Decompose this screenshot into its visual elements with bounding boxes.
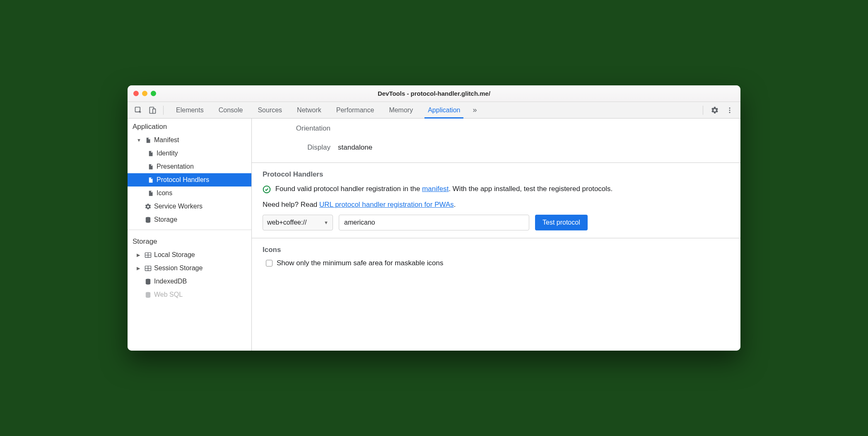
- status-text-post: . With the app installed, test the regis…: [448, 185, 612, 193]
- sidebar-item-label: Service Workers: [154, 203, 203, 210]
- svg-point-5: [729, 111, 731, 113]
- tabs-overflow-button[interactable]: »: [468, 106, 482, 114]
- section-heading: Protocol Handlers: [263, 170, 730, 179]
- sidebar-item-protocol-handlers[interactable]: Protocol Handlers: [128, 173, 251, 187]
- manifest-link[interactable]: manifest: [422, 185, 448, 193]
- sidebar-item-label: Identity: [157, 150, 178, 157]
- sidebar-item-label: IndexedDB: [154, 278, 187, 285]
- document-icon: [147, 150, 154, 157]
- gear-icon: [144, 203, 152, 210]
- sidebar-item-label: Web SQL: [154, 291, 183, 298]
- protocol-test-row: web+coffee:// ▼ Test protocol: [263, 215, 730, 230]
- sidebar-item-presentation[interactable]: Presentation: [128, 160, 251, 173]
- sidebar-item-session-storage[interactable]: ▶ Session Storage: [128, 262, 251, 275]
- toolbar-right: [700, 104, 735, 116]
- document-icon: [147, 176, 154, 184]
- tab-application[interactable]: Application: [420, 102, 468, 118]
- checkbox-label: Show only the minimum safe area for mask…: [277, 259, 444, 267]
- sidebar-item-label: Storage: [154, 216, 177, 223]
- sidebar-item-storage[interactable]: Storage: [128, 213, 251, 226]
- device-toggle-icon[interactable]: [147, 104, 158, 116]
- sidebar-item-service-workers[interactable]: Service Workers: [128, 200, 251, 213]
- devtools-window: DevTools - protocol-handler.glitch.me/ E…: [128, 85, 740, 351]
- sidebar-item-label: Local Storage: [154, 251, 195, 259]
- document-icon: [147, 189, 154, 197]
- settings-gear-icon[interactable]: [709, 104, 721, 116]
- sidebar-section-storage: Storage: [128, 233, 251, 248]
- inspect-element-icon[interactable]: [133, 104, 144, 116]
- help-link[interactable]: URL protocol handler registration for PW…: [319, 201, 454, 208]
- minimize-window-button[interactable]: [142, 91, 147, 96]
- help-post: .: [454, 201, 456, 208]
- database-icon: [144, 291, 152, 298]
- tab-sources[interactable]: Sources: [250, 102, 289, 118]
- chevron-down-icon: ▼: [137, 138, 142, 143]
- content-pane: Orientation Display standalone Protocol …: [252, 119, 740, 351]
- close-window-button[interactable]: [133, 91, 139, 96]
- kv-label: Display: [268, 143, 330, 152]
- kv-label: Orientation: [268, 124, 330, 133]
- sidebar-item-label: Manifest: [154, 136, 179, 144]
- sidebar-item-label: Presentation: [157, 163, 194, 170]
- sidebar-item-manifest[interactable]: ▼ Manifest: [128, 133, 251, 147]
- document-icon: [144, 136, 152, 144]
- icons-section: Icons Show only the minimum safe area fo…: [252, 238, 740, 275]
- manifest-properties: Orientation Display standalone: [252, 119, 740, 162]
- kebab-menu-icon[interactable]: [724, 104, 735, 116]
- section-heading: Icons: [263, 246, 730, 254]
- kv-display: Display standalone: [268, 143, 724, 152]
- maskable-safe-area-checkbox[interactable]: [266, 260, 272, 266]
- table-icon: [144, 251, 152, 259]
- titlebar: DevTools - protocol-handler.glitch.me/: [128, 85, 740, 102]
- maskable-safe-area-row: Show only the minimum safe area for mask…: [266, 259, 730, 267]
- protocol-path-input[interactable]: [339, 215, 529, 230]
- sidebar-item-websql[interactable]: Web SQL: [128, 288, 251, 301]
- toolbar-divider: [703, 106, 703, 115]
- sidebar-item-icons[interactable]: Icons: [128, 187, 251, 200]
- database-icon: [144, 216, 152, 223]
- sidebar-section-application: Application: [128, 119, 251, 133]
- sidebar-item-label: Icons: [157, 189, 172, 197]
- test-protocol-button[interactable]: Test protocol: [535, 215, 588, 230]
- protocol-handlers-section: Protocol Handlers Found valid protocol h…: [252, 162, 740, 238]
- maximize-window-button[interactable]: [151, 91, 156, 96]
- database-icon: [144, 278, 152, 285]
- chevron-right-icon: ▶: [137, 252, 142, 258]
- toolbar-divider: [163, 106, 164, 115]
- kv-orientation: Orientation: [268, 124, 724, 133]
- document-icon: [147, 163, 154, 170]
- chevron-down-icon: ▼: [324, 220, 328, 225]
- tab-performance[interactable]: Performance: [329, 102, 382, 118]
- sidebar-item-label: Protocol Handlers: [157, 176, 209, 184]
- status-text-pre: Found valid protocol handler registratio…: [275, 185, 422, 193]
- help-text: Need help? Read URL protocol handler reg…: [263, 199, 730, 210]
- window-title: DevTools - protocol-handler.glitch.me/: [378, 90, 490, 97]
- svg-rect-2: [153, 109, 156, 113]
- traffic-lights: [133, 91, 156, 96]
- table-icon: [144, 264, 152, 272]
- tab-network[interactable]: Network: [289, 102, 329, 118]
- main-area: Application ▼ Manifest Identity Presenta…: [128, 119, 740, 351]
- sidebar-divider: [128, 230, 251, 230]
- tab-console[interactable]: Console: [211, 102, 251, 118]
- tab-memory[interactable]: Memory: [381, 102, 420, 118]
- protocol-select-value: web+coffee://: [267, 219, 306, 226]
- help-pre: Need help? Read: [263, 201, 319, 208]
- svg-point-4: [729, 109, 731, 111]
- protocol-status: Found valid protocol handler registratio…: [263, 184, 730, 194]
- sidebar: Application ▼ Manifest Identity Presenta…: [128, 119, 252, 351]
- tab-elements[interactable]: Elements: [169, 102, 211, 118]
- sidebar-item-local-storage[interactable]: ▶ Local Storage: [128, 248, 251, 262]
- sidebar-item-indexeddb[interactable]: IndexedDB: [128, 275, 251, 288]
- sidebar-item-label: Session Storage: [154, 264, 203, 272]
- check-circle-icon: [263, 185, 271, 194]
- toolbar: Elements Console Sources Network Perform…: [128, 102, 740, 119]
- chevron-right-icon: ▶: [137, 266, 142, 271]
- svg-point-3: [729, 107, 731, 109]
- protocol-select[interactable]: web+coffee:// ▼: [263, 215, 333, 230]
- sidebar-item-identity[interactable]: Identity: [128, 147, 251, 160]
- kv-value: standalone: [338, 143, 372, 152]
- tab-bar: Elements Console Sources Network Perform…: [169, 102, 482, 118]
